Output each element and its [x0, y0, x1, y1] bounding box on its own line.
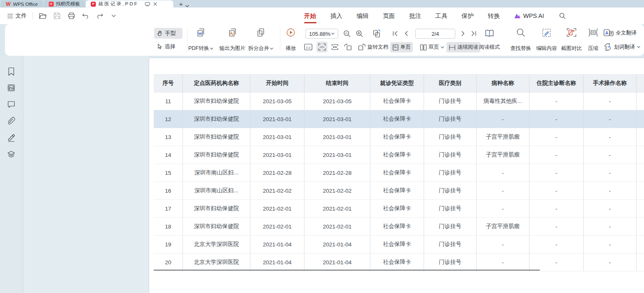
menu-item-tools[interactable]: 工具	[435, 7, 447, 24]
wps-ai-button[interactable]: WPS AI	[514, 12, 544, 19]
attachment-panel-icon[interactable]	[7, 117, 16, 126]
print-icon[interactable]	[67, 12, 75, 20]
thumbnail-panel-icon[interactable]	[7, 84, 16, 93]
open-file-icon[interactable]	[39, 12, 47, 20]
undo-icon[interactable]	[81, 12, 90, 20]
edit-content-icon	[542, 28, 552, 38]
quick-access-chevron-icon[interactable]	[110, 12, 118, 20]
table-cell: 2021-03-01	[305, 110, 370, 128]
menu-item-edit[interactable]: 编辑	[357, 7, 369, 24]
find-replace-button[interactable]: 查找替换	[507, 28, 534, 52]
table-cell: 门诊挂号	[424, 182, 477, 200]
menu-item-insert[interactable]: 插入	[330, 7, 342, 24]
table-cell: -	[584, 218, 637, 236]
table-row: 15深圳市南山区妇...2021-02-282021-02-28社会保障卡门诊挂…	[154, 164, 644, 182]
table-cell: 18	[154, 218, 183, 236]
hand-tool-button[interactable]: 手型	[154, 28, 182, 39]
tab-float-window-icon[interactable]	[145, 2, 150, 6]
next-page-button[interactable]	[459, 29, 467, 37]
select-tool-button[interactable]: 选择	[154, 41, 182, 52]
continuous-read-button[interactable]: 连续阅读	[447, 42, 480, 52]
play-button[interactable]: 播放	[282, 28, 299, 52]
table-cell: 子宫平滑肌瘤	[477, 218, 529, 236]
table-cell: 13	[154, 128, 183, 146]
full-translate-button[interactable]: A 全文翻译	[604, 29, 637, 37]
zoom-out-button[interactable]	[342, 29, 352, 38]
split-merge-button[interactable]: 拆分合并	[245, 28, 277, 52]
signature-panel-icon[interactable]	[7, 134, 16, 143]
table-cell: 子宫平滑肌瘤	[477, 146, 529, 164]
page-number-input[interactable]: 2/4	[415, 29, 455, 39]
table-header-cell: 序号	[154, 74, 183, 92]
table-cell: 社会保障卡	[370, 128, 424, 146]
table-cell: -	[584, 92, 637, 110]
single-page-button[interactable]: 单页	[390, 42, 413, 52]
table-cell: 2021-03-01	[250, 128, 305, 146]
screenshot-compare-button[interactable]: 截图对比	[559, 28, 584, 52]
fit-width-button[interactable]	[317, 42, 327, 52]
rotate-document-label[interactable]: 旋转文档	[364, 44, 392, 51]
new-tab-button[interactable]: +	[179, 0, 183, 7]
table-cell: 2021-02-01	[250, 200, 305, 218]
bookmark-panel-icon[interactable]	[7, 67, 16, 76]
table-cell: -	[529, 218, 584, 236]
table-header-cell	[637, 74, 644, 92]
table-cell	[637, 253, 644, 271]
file-menu-button[interactable]: 文件	[7, 12, 27, 20]
table-cell: 社会保障卡	[370, 182, 424, 200]
previous-page-button[interactable]	[402, 29, 410, 37]
layers-panel-icon[interactable]	[7, 150, 16, 159]
first-page-button[interactable]	[391, 29, 399, 37]
tab-docer-templates[interactable]: ❧ 找稻壳模板	[44, 0, 85, 7]
table-cell: 门诊挂号	[424, 253, 477, 271]
table-cell: 2021-02-01	[250, 218, 305, 236]
continuous-read-icon	[449, 45, 456, 50]
full-translate-label: 全文翻译	[616, 30, 637, 37]
redo-icon[interactable]	[95, 12, 104, 20]
menu-item-comment[interactable]: 批注	[409, 7, 421, 24]
single-page-label: 单页	[400, 44, 411, 51]
save-icon[interactable]	[53, 12, 61, 20]
workspace: 序号定点医药机构名称开始时间结束时间就诊凭证类型医疗类别病种名称住院主诊断名称手…	[0, 56, 644, 293]
double-page-button[interactable]: 双页	[418, 42, 446, 52]
compress-button[interactable]: 压缩	[585, 28, 602, 52]
table-cell: -	[477, 182, 529, 200]
rotate-left-button[interactable]	[343, 42, 353, 52]
table-cell: 门诊挂号	[424, 164, 477, 182]
menu-item-home[interactable]: 开始	[304, 7, 316, 24]
read-mode-icon[interactable]	[484, 28, 495, 39]
table-cell: -	[584, 182, 637, 200]
table-row: 18深圳市妇幼保健院2021-02-012021-02-01社会保障卡门诊挂号子…	[154, 218, 644, 236]
zoom-in-button[interactable]	[355, 29, 364, 38]
left-icon-strip	[0, 56, 23, 293]
rotate-document-icon[interactable]	[372, 28, 382, 39]
menu-item-page[interactable]: 页面	[383, 7, 395, 24]
word-translate-button[interactable]: A 文 划词翻译	[604, 43, 640, 51]
menu-item-convert[interactable]: 转换	[488, 7, 500, 24]
table-row: 13深圳市妇幼保健院2021-03-012021-03-01社会保障卡门诊挂号子…	[154, 128, 644, 146]
zoom-level-select[interactable]: 105.88%	[305, 29, 338, 39]
pdf-file-icon: P	[91, 2, 96, 7]
double-page-icon	[420, 44, 427, 51]
table-row: 16深圳市南山区妇...2021-02-022021-02-02社会保障卡门诊挂…	[154, 182, 644, 200]
comment-panel-icon[interactable]	[7, 100, 16, 109]
divider	[32, 12, 33, 20]
table-cell: 16	[154, 182, 183, 200]
edit-content-button[interactable]: 编辑内容	[534, 28, 559, 52]
table-cell: -	[584, 253, 637, 271]
split-merge-icon	[256, 28, 265, 38]
tab-close-icon[interactable]	[153, 2, 157, 6]
tab-document-pdf[interactable]: P 就医记录.PDF	[86, 0, 173, 7]
table-row: 17深圳市妇幼保健院2021-02-012021-02-01社会保障卡门诊挂号-…	[154, 200, 644, 218]
actual-size-button[interactable]: 1:1	[303, 42, 313, 52]
pdf-convert-button[interactable]: W PDF转换	[185, 28, 217, 52]
fit-page-button[interactable]	[330, 42, 340, 52]
last-page-button[interactable]	[469, 29, 478, 37]
tab-wps-office[interactable]: W WPS Office	[1, 0, 43, 7]
read-mode-label[interactable]: 阅读模式	[479, 44, 506, 51]
menu-item-protect[interactable]: 保护	[462, 7, 474, 24]
chevron-down-icon	[637, 45, 640, 49]
table-header-cell: 医疗类别	[424, 74, 477, 92]
search-icon[interactable]	[558, 12, 567, 20]
hand-tool-label: 手型	[165, 30, 176, 37]
